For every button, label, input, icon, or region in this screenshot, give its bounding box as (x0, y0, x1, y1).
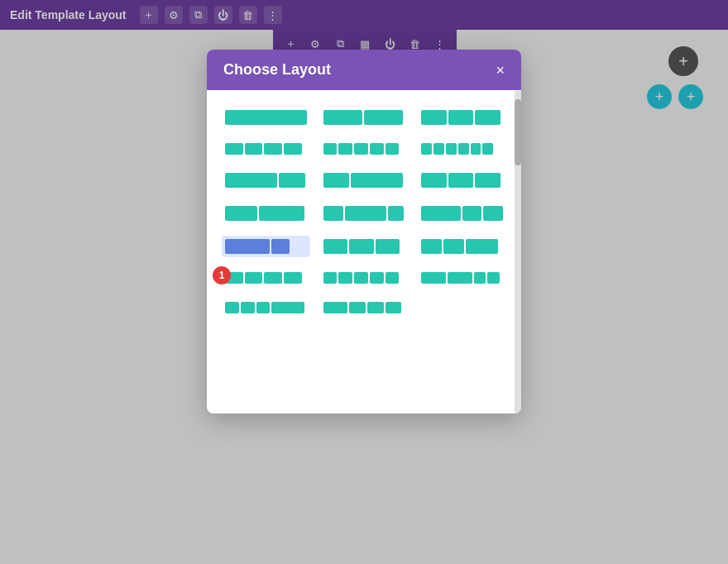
choose-layout-modal: Choose Layout × (207, 50, 521, 413)
layout-1col[interactable] (222, 107, 310, 128)
layout-row7-a[interactable] (222, 299, 310, 317)
layout-3col-eq[interactable] (418, 107, 506, 128)
modal-title: Choose Layout (223, 61, 331, 79)
layout-row5-b[interactable] (320, 236, 409, 257)
modal-close-button[interactable]: × (496, 63, 505, 78)
modal-header: Choose Layout × (207, 50, 521, 90)
scrollbar-thumb (515, 99, 521, 165)
layout-grid (207, 90, 521, 333)
layout-asym-a[interactable] (222, 203, 310, 224)
layout-asym-b[interactable] (320, 203, 409, 224)
layout-row7-empty (418, 299, 506, 317)
layout-row6-a[interactable] (222, 269, 310, 287)
layout-6col-sm[interactable] (418, 140, 506, 158)
layout-selected[interactable] (222, 236, 310, 257)
badge: 1 (213, 266, 231, 284)
modal-overlay: Choose Layout × (0, 0, 728, 564)
layout-row7-b[interactable] (320, 299, 409, 317)
layout-row6-b[interactable] (320, 269, 409, 287)
layout-4col-sm[interactable] (222, 140, 310, 158)
modal-scrollbar[interactable] (515, 91, 521, 413)
layout-2col-eq[interactable] (320, 107, 409, 128)
layout-three-even-v2[interactable] (418, 170, 506, 191)
layout-row6-c[interactable] (418, 269, 506, 287)
layout-5col-sm[interactable] (320, 140, 409, 158)
layout-row5-c[interactable] (418, 236, 506, 257)
layout-onethird-twothird[interactable] (320, 170, 409, 191)
layout-asym-c[interactable] (418, 203, 506, 224)
layout-twothird-onethird[interactable] (222, 170, 310, 191)
